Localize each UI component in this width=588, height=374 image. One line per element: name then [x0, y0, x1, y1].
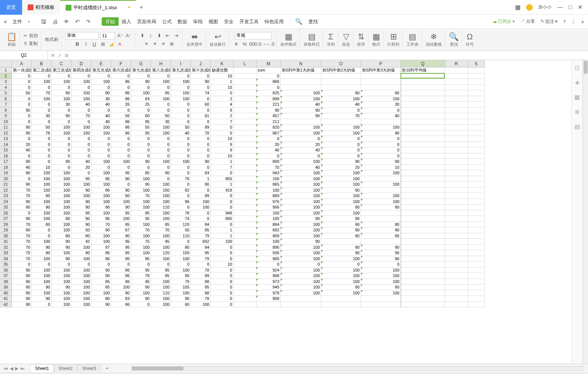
cell[interactable]: 100	[32, 239, 52, 245]
cell[interactable]: 88	[191, 279, 211, 285]
cell[interactable]: 100	[151, 199, 171, 205]
cell[interactable]: 90	[321, 159, 361, 165]
row-header-12[interactable]: 12	[0, 130, 12, 136]
cell[interactable]: 83	[111, 296, 131, 302]
cell[interactable]: 30	[361, 102, 401, 108]
cell[interactable]	[445, 273, 468, 279]
cell[interactable]	[401, 113, 445, 119]
cell[interactable]: 90	[111, 188, 131, 193]
cell[interactable]: 100	[171, 268, 191, 273]
cell[interactable]: 74	[191, 90, 211, 96]
cell[interactable]: 0	[171, 119, 191, 125]
cell[interactable]: 90	[256, 108, 281, 113]
cell[interactable]	[468, 302, 485, 308]
cell[interactable]	[401, 222, 445, 228]
cell[interactable]: 0	[71, 119, 91, 125]
cell[interactable]: 90	[32, 284, 52, 290]
cell[interactable]	[445, 182, 468, 188]
cell[interactable]: 0	[191, 216, 211, 222]
cell[interactable]: 70	[131, 227, 151, 233]
cell[interactable]: 100	[71, 279, 91, 285]
paste-button[interactable]: 📋 粘贴	[7, 32, 17, 47]
cell[interactable]: 85	[151, 222, 171, 228]
row-header-27[interactable]: 27	[0, 216, 12, 222]
cell[interactable]: 25	[131, 102, 151, 108]
cell[interactable]	[321, 119, 361, 125]
cell[interactable]	[468, 147, 485, 153]
cell[interactable]: 0	[71, 73, 91, 79]
cell[interactable]: 90	[71, 250, 91, 256]
cell[interactable]: 90	[111, 233, 131, 239]
cell[interactable]: 100	[32, 290, 52, 296]
cell[interactable]: 0	[361, 262, 401, 268]
cell[interactable]	[234, 125, 256, 130]
cell[interactable]: 70	[131, 193, 151, 199]
cell[interactable]: 90	[131, 79, 151, 85]
row-header-39[interactable]: 39	[0, 284, 12, 290]
cell[interactable]: 100	[111, 284, 131, 290]
cell[interactable]: 90	[111, 290, 131, 296]
cell[interactable]: 86	[111, 125, 131, 130]
cell[interactable]: 90	[361, 159, 401, 165]
cell[interactable]: 100	[71, 130, 91, 136]
cell[interactable]: 100	[111, 216, 131, 222]
cell[interactable]: 40	[71, 102, 91, 108]
cell[interactable]: 100	[32, 176, 52, 182]
cell[interactable]: 100	[32, 182, 52, 188]
cell[interactable]: 100	[321, 279, 361, 285]
cell[interactable]: 60	[191, 102, 211, 108]
tab-add-button[interactable]: +	[136, 4, 147, 11]
cell[interactable]: 40	[91, 113, 111, 119]
cell[interactable]	[234, 182, 256, 188]
row-header-3[interactable]: 3	[0, 79, 12, 85]
cell[interactable]: 前10列平均值	[401, 67, 445, 73]
cell[interactable]: 100	[151, 233, 171, 239]
cell[interactable]: 918	[211, 188, 234, 193]
cell[interactable]	[361, 302, 401, 308]
cell[interactable]: 0	[151, 108, 171, 113]
cell[interactable]: 40	[12, 165, 32, 171]
cell[interactable]: 4	[211, 102, 234, 108]
cell[interactable]: 0	[52, 108, 71, 113]
hscroll-thumb[interactable]	[132, 367, 183, 370]
cell[interactable]	[445, 113, 468, 119]
cell[interactable]: 100	[171, 256, 191, 262]
cell[interactable]: 0	[151, 73, 171, 79]
font-size-select[interactable]	[100, 32, 115, 39]
cell[interactable]: 0	[32, 142, 52, 148]
row-header-42[interactable]: 42	[0, 302, 12, 308]
cell[interactable]: 100	[91, 125, 111, 130]
cell[interactable]: 60	[131, 113, 151, 119]
cell[interactable]: 110	[151, 205, 171, 210]
cell[interactable]	[468, 90, 485, 96]
cell[interactable]	[445, 165, 468, 171]
cell[interactable]: 70	[91, 222, 111, 228]
sum-button[interactable]: Σ求和	[327, 32, 335, 47]
cell[interactable]: 84	[191, 245, 211, 251]
cell[interactable]: 0	[211, 290, 234, 296]
cell[interactable]: 70	[12, 250, 32, 256]
cell[interactable]: 0	[71, 136, 91, 142]
cell[interactable]: 100	[321, 130, 361, 136]
cell[interactable]: 95	[131, 119, 151, 125]
cell[interactable]	[445, 193, 468, 199]
cell[interactable]: 86	[91, 188, 111, 193]
cell[interactable]	[468, 125, 485, 130]
align-center-icon[interactable]: ≡	[152, 41, 158, 47]
cell[interactable]	[445, 159, 468, 165]
cell[interactable]: 79	[171, 176, 191, 182]
cell[interactable]: 100	[191, 302, 211, 308]
cell[interactable]: 40	[91, 102, 111, 108]
cell[interactable]: 1	[211, 233, 234, 239]
cell[interactable]: 70	[12, 188, 32, 193]
cell[interactable]: 100	[171, 290, 191, 296]
row-header-22[interactable]: 22	[0, 188, 12, 193]
cell[interactable]: 100	[71, 268, 91, 273]
cell[interactable]: 865	[256, 182, 281, 188]
cell[interactable]: 前5列中第1大的值	[281, 67, 321, 73]
cell[interactable]	[234, 90, 256, 96]
cell[interactable]: 0	[52, 142, 71, 148]
filter-button[interactable]: ▽筛选	[342, 32, 350, 47]
cell[interactable]	[468, 153, 485, 159]
cell[interactable]: 86	[91, 256, 111, 262]
